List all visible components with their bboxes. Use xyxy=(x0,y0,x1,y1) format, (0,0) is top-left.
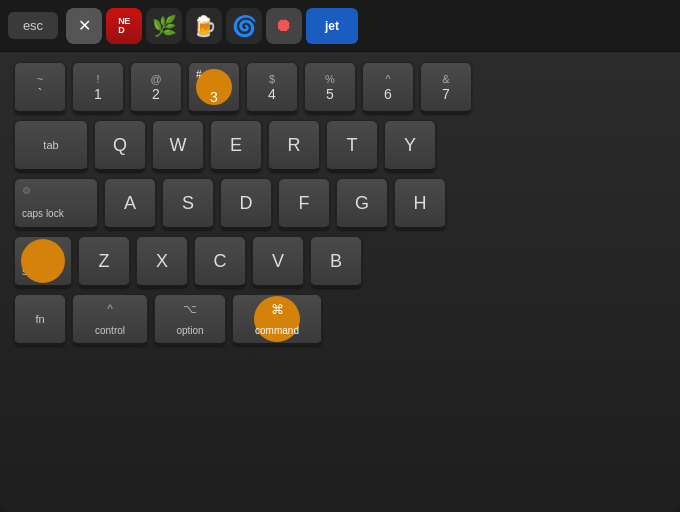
key-t[interactable]: T xyxy=(326,120,378,172)
key-control[interactable]: ^ control xyxy=(72,294,148,346)
key-y[interactable]: Y xyxy=(384,120,436,172)
key-6[interactable]: ^ 6 xyxy=(362,62,414,114)
key-e[interactable]: E xyxy=(210,120,262,172)
touch-bar-swirl[interactable]: 🌀 xyxy=(226,8,262,44)
key-2[interactable]: @ 2 xyxy=(130,62,182,114)
key-v[interactable]: V xyxy=(252,236,304,288)
key-z[interactable]: Z xyxy=(78,236,130,288)
key-shift-left[interactable]: shift xyxy=(14,236,72,288)
key-4[interactable]: $ 4 xyxy=(246,62,298,114)
key-x[interactable]: X xyxy=(136,236,188,288)
key-s[interactable]: S xyxy=(162,178,214,230)
key-1[interactable]: ! 1 xyxy=(72,62,124,114)
key-3[interactable]: # 3 # 3 xyxy=(188,62,240,114)
key-w[interactable]: W xyxy=(152,120,204,172)
key-h[interactable]: H xyxy=(394,178,446,230)
key-a[interactable]: A xyxy=(104,178,156,230)
key-d[interactable]: D xyxy=(220,178,272,230)
key-b[interactable]: B xyxy=(310,236,362,288)
key-tab[interactable]: tab xyxy=(14,120,88,172)
key-caps-lock[interactable]: caps lock xyxy=(14,178,98,230)
zxcv-row: shift Z X C V B xyxy=(14,236,666,288)
key-c[interactable]: C xyxy=(194,236,246,288)
touch-bar-record[interactable]: ⏺ xyxy=(266,8,302,44)
key-backtick[interactable]: ~ ` xyxy=(14,62,66,114)
key-7[interactable]: & 7 xyxy=(420,62,472,114)
touch-bar-close[interactable]: ✕ xyxy=(66,8,102,44)
touch-bar-beer[interactable]: 🍺 xyxy=(186,8,222,44)
esc-key[interactable]: esc xyxy=(8,12,58,39)
key-command[interactable]: ⌘ command xyxy=(232,294,322,346)
key-f[interactable]: F xyxy=(278,178,330,230)
touch-bar-leaf[interactable]: 🌿 xyxy=(146,8,182,44)
key-g[interactable]: G xyxy=(336,178,388,230)
key-r[interactable]: R xyxy=(268,120,320,172)
asdf-row: caps lock A S D F G H xyxy=(14,178,666,230)
key-5[interactable]: % 5 xyxy=(304,62,356,114)
bottom-row: fn ^ control ⌥ option ⌘ command xyxy=(14,294,666,346)
number-row: ~ ` ! 1 @ 2 # 3 xyxy=(14,62,666,114)
qwerty-row: tab Q W E R T Y xyxy=(14,120,666,172)
touch-bar-ned[interactable]: NED xyxy=(106,8,142,44)
touch-bar-jet[interactable]: jet xyxy=(306,8,358,44)
keyboard-container: esc ✕ NED 🌿 🍺 🌀 ⏺ jet ~ ` ! xyxy=(0,0,680,512)
key-q[interactable]: Q xyxy=(94,120,146,172)
keyboard-body: ~ ` ! 1 @ 2 # 3 xyxy=(0,52,680,366)
touch-bar-apps: ✕ NED 🌿 🍺 🌀 ⏺ jet xyxy=(66,8,358,44)
touch-bar: esc ✕ NED 🌿 🍺 🌀 ⏺ jet xyxy=(0,0,680,52)
key-fn[interactable]: fn xyxy=(14,294,66,346)
key-option[interactable]: ⌥ option xyxy=(154,294,226,346)
orange-dot-shift xyxy=(21,239,65,283)
